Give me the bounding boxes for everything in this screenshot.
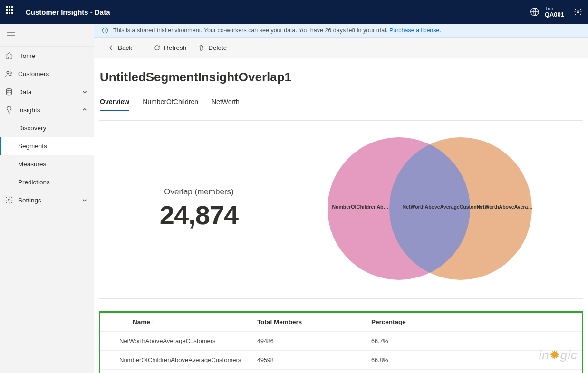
table-row[interactable]: NumberOfChildrenAboveAverageCustomers 24… bbox=[100, 370, 582, 373]
refresh-icon bbox=[154, 44, 161, 51]
insights-icon bbox=[5, 105, 13, 114]
chevron-up-icon bbox=[81, 106, 88, 113]
environment-picker[interactable]: Trial QA001 bbox=[530, 6, 564, 18]
col-name[interactable]: Name↑ bbox=[100, 313, 252, 332]
tab-numberofchildren[interactable]: NumberOfChildren bbox=[143, 95, 198, 111]
trial-notice-text: This is a shared trial environment. Your… bbox=[113, 27, 389, 34]
tab-bar: Overview NumberOfChildren NetWorth bbox=[99, 95, 583, 112]
col-percentage[interactable]: Percentage bbox=[366, 313, 582, 332]
svg-point-8 bbox=[8, 199, 10, 201]
tab-overview[interactable]: Overview bbox=[100, 95, 129, 111]
cell-pct: 33.5% bbox=[366, 370, 582, 373]
cell-total: 24874 bbox=[252, 370, 366, 373]
back-label: Back bbox=[118, 44, 132, 51]
sidebar-item-insights[interactable]: Insights bbox=[0, 101, 94, 119]
sidebar-item-label: Data bbox=[18, 88, 81, 96]
sidebar-item-label: Measures bbox=[18, 161, 88, 168]
sidebar-toggle[interactable] bbox=[0, 24, 94, 47]
svg-point-6 bbox=[10, 72, 12, 74]
results-table: Name↑ Total Members Percentage NetWorthA… bbox=[100, 313, 582, 373]
delete-label: Delete bbox=[208, 44, 227, 51]
sidebar-item-discovery[interactable]: Discovery bbox=[0, 119, 94, 137]
sidebar-item-label: Home bbox=[18, 52, 88, 59]
cell-pct: 66.7% bbox=[366, 332, 582, 351]
sidebar-item-customers[interactable]: Customers bbox=[0, 65, 94, 83]
tab-networth[interactable]: NetWorth bbox=[212, 95, 240, 111]
chevron-down-icon bbox=[81, 197, 88, 203]
arrow-left-icon bbox=[107, 44, 115, 51]
refresh-button[interactable]: Refresh bbox=[149, 41, 191, 54]
page-title: UntitledSegmentInsightOverlap1 bbox=[100, 70, 583, 85]
sidebar-item-data[interactable]: Data bbox=[0, 83, 94, 101]
sidebar-item-label: Insights bbox=[18, 106, 81, 114]
venn-label-intersection: NetWorthAboveAverageCustomer… bbox=[403, 204, 488, 210]
main-content: This is a shared trial environment. Your… bbox=[94, 24, 588, 373]
sidebar-item-label: Discovery bbox=[18, 124, 88, 132]
purchase-license-link[interactable]: Purchase a license. bbox=[389, 27, 441, 34]
overlap-label: Overlap (members) bbox=[164, 187, 233, 197]
trial-notice: This is a shared trial environment. Your… bbox=[94, 24, 588, 38]
gear-icon bbox=[5, 196, 13, 204]
sidebar-item-predictions[interactable]: Predictions bbox=[0, 173, 94, 191]
cell-pct: 66.8% bbox=[366, 351, 582, 370]
table-row[interactable]: NetWorthAboveAverageCustomers 49486 66.7… bbox=[100, 332, 582, 351]
overlap-card: Overlap (members) 24,874 bbox=[99, 120, 583, 299]
command-bar: Back Refresh Delete bbox=[94, 38, 588, 58]
info-icon bbox=[102, 27, 108, 34]
venn-label-b: NetWorthAboveAvera… bbox=[477, 204, 533, 210]
delete-button[interactable]: Delete bbox=[193, 41, 231, 54]
col-total-members[interactable]: Total Members bbox=[252, 313, 366, 332]
chevron-down-icon bbox=[81, 88, 88, 95]
venn-diagram: NumberOfChildrenAb… NetWorthAboveAverage… bbox=[328, 130, 532, 287]
results-table-wrapper: Name↑ Total Members Percentage NetWorthA… bbox=[99, 311, 583, 373]
back-button[interactable]: Back bbox=[103, 41, 137, 54]
sidebar: Home Customers Data Insights Discovery S… bbox=[0, 24, 94, 373]
sidebar-item-label: Customers bbox=[18, 70, 88, 77]
sidebar-item-label: Settings bbox=[18, 197, 81, 204]
cell-name: NetWorthAboveAverageCustomers bbox=[100, 332, 252, 351]
app-title: Customer Insights - Data bbox=[26, 8, 110, 16]
sidebar-item-home[interactable]: Home bbox=[0, 47, 94, 65]
svg-point-1 bbox=[577, 11, 579, 13]
sidebar-item-segments[interactable]: Segments bbox=[0, 137, 94, 155]
sort-asc-icon: ↑ bbox=[152, 319, 154, 325]
app-launcher-icon[interactable] bbox=[6, 6, 17, 18]
environment-icon bbox=[530, 7, 540, 17]
svg-point-5 bbox=[7, 71, 9, 74]
environment-name: QA001 bbox=[545, 11, 564, 18]
sidebar-item-settings[interactable]: Settings bbox=[0, 191, 94, 209]
refresh-label: Refresh bbox=[164, 44, 186, 51]
svg-point-7 bbox=[7, 88, 12, 91]
cell-total: 49486 bbox=[252, 332, 366, 351]
cell-name: NumberOfChildrenAboveAverageCustomers bbox=[100, 370, 252, 373]
svg-point-11 bbox=[105, 29, 106, 29]
sidebar-item-label: Predictions bbox=[18, 179, 88, 186]
data-icon bbox=[5, 87, 13, 96]
settings-top-icon[interactable] bbox=[574, 8, 582, 16]
sidebar-item-measures[interactable]: Measures bbox=[0, 155, 94, 173]
cell-name: NumberOfChildrenAboveAverageCustomers bbox=[100, 351, 252, 370]
home-icon bbox=[5, 51, 13, 60]
top-app-bar: Customer Insights - Data Trial QA001 bbox=[0, 0, 588, 24]
trash-icon bbox=[198, 44, 205, 51]
table-row[interactable]: NumberOfChildrenAboveAverageCustomers 49… bbox=[100, 351, 582, 370]
customers-icon bbox=[5, 69, 13, 78]
overlap-value: 24,874 bbox=[160, 200, 238, 230]
divider bbox=[143, 43, 143, 53]
sidebar-item-label: Segments bbox=[18, 143, 88, 150]
venn-label-a: NumberOfChildrenAb… bbox=[332, 204, 388, 210]
cell-total: 49598 bbox=[252, 351, 366, 370]
